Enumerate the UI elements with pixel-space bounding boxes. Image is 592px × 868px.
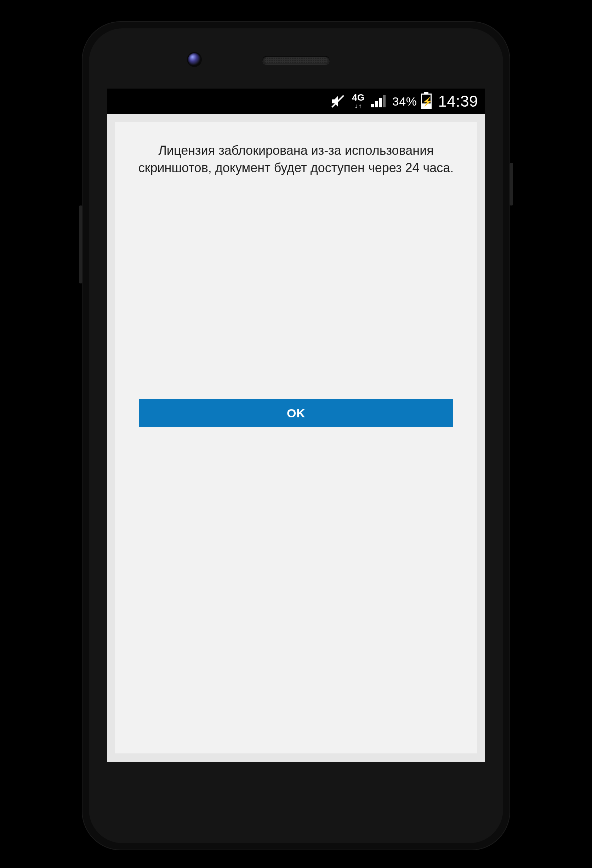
- power-button-hardware: [510, 163, 513, 205]
- battery-charging-icon: ⚡: [421, 93, 431, 109]
- phone-chin: [137, 815, 455, 825]
- network-type-indicator: 4G ↓↑: [352, 93, 365, 109]
- battery-percent: 34%: [392, 94, 417, 108]
- volume-button-hardware: [79, 205, 82, 283]
- earpiece-speaker: [262, 56, 330, 65]
- phone-frame: 4G ↓↑ 34% ⚡ 14:39 Лицензия заблокиро: [82, 21, 510, 850]
- data-arrows-icon: ↓↑: [355, 103, 362, 109]
- ok-button[interactable]: OK: [139, 399, 453, 427]
- status-bar: 4G ↓↑ 34% ⚡ 14:39: [107, 89, 485, 114]
- screen: 4G ↓↑ 34% ⚡ 14:39 Лицензия заблокиро: [107, 89, 485, 762]
- dialog-message: Лицензия заблокирована из-за использован…: [115, 122, 477, 176]
- ok-button-label: OK: [287, 406, 305, 420]
- mute-icon: [330, 93, 346, 109]
- dialog-card: Лицензия заблокирована из-за использован…: [115, 122, 477, 754]
- network-type-label: 4G: [352, 93, 365, 102]
- front-camera: [188, 53, 201, 66]
- clock: 14:39: [438, 93, 478, 110]
- signal-strength-icon: [371, 95, 386, 107]
